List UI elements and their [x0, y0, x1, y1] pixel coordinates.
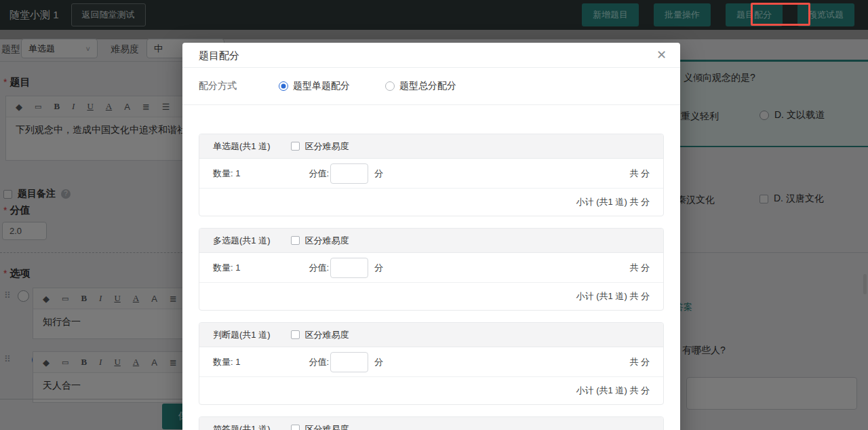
page: 随堂小测 1 返回随堂测试 新增题目 批量操作 题目配分 预览试题 题型 单选题…: [0, 0, 868, 430]
subtotal-text: 小计 (共1 道) 共 分: [576, 385, 650, 397]
subtotal-text: 小计 (共1 道) 共 分: [576, 196, 650, 208]
radio-label: 题型总分配分: [399, 80, 456, 92]
method-radio-group: 题型单题配分 题型总分配分: [279, 80, 456, 92]
score-label: 分值:: [309, 262, 329, 274]
modal-body: 单选题(共1 道) 区分难易度 数量: 1 分值: 分 共 分: [182, 105, 680, 430]
score-row: 数量: 1 分值: 分 共 分: [199, 159, 663, 189]
section-title: 多选题(共1 道): [213, 235, 271, 247]
difficulty-checkbox[interactable]: [291, 236, 300, 245]
subtotal-text: 小计 (共1 道) 共 分: [576, 290, 650, 302]
score-unit: 分: [374, 262, 383, 274]
score-group: 分值: 分: [309, 352, 383, 372]
section-title: 单选题(共1 道): [213, 140, 271, 153]
section-title: 简答题(共1 道): [213, 423, 271, 430]
difficulty-toggle[interactable]: 区分难易度: [291, 235, 349, 247]
annotation-highlight-box: [751, 3, 810, 26]
difficulty-checkbox[interactable]: [291, 142, 300, 151]
subtotal-row: 小计 (共1 道) 共 分: [199, 189, 663, 216]
method-per-question-radio[interactable]: 题型单题配分: [279, 80, 350, 92]
radio-unselected-icon: [385, 81, 395, 91]
score-row: 数量: 1 分值: 分 共 分: [199, 253, 663, 283]
modal-header: 题目配分 ✕: [182, 43, 680, 68]
score-input[interactable]: [330, 163, 368, 184]
checkbox-label: 区分难易度: [305, 235, 349, 247]
section-header: 判断题(共1 道) 区分难易度: [199, 323, 663, 347]
score-allocation-modal: 题目配分 ✕ 配分方式 题型单题配分 题型总分配分 单选题(共1 道): [182, 43, 680, 430]
checkbox-label: 区分难易度: [305, 329, 349, 341]
section-multiple-choice: 多选题(共1 道) 区分难易度 数量: 1 分值: 分 共 分: [199, 228, 664, 311]
checkbox-label: 区分难易度: [305, 423, 349, 430]
quantity-text: 数量: 1: [213, 262, 240, 274]
score-label: 分值:: [309, 356, 329, 368]
difficulty-toggle[interactable]: 区分难易度: [291, 140, 349, 153]
modal-title: 题目配分: [199, 50, 239, 61]
section-header: 单选题(共1 道) 区分难易度: [199, 134, 663, 159]
difficulty-toggle[interactable]: 区分难易度: [291, 423, 349, 430]
difficulty-toggle[interactable]: 区分难易度: [291, 329, 349, 341]
method-label: 配分方式: [199, 80, 237, 92]
allocation-method-row: 配分方式 题型单题配分 题型总分配分: [182, 68, 680, 105]
radio-selected-icon: [279, 81, 288, 91]
radio-label: 题型单题配分: [293, 80, 350, 92]
score-label: 分值:: [309, 168, 329, 180]
section-true-false: 判断题(共1 道) 区分难易度 数量: 1 分值: 分 共 分: [199, 322, 664, 405]
score-row: 数量: 1 分值: 分 共 分: [199, 347, 663, 377]
close-icon[interactable]: ✕: [656, 48, 667, 62]
score-group: 分值: 分: [309, 163, 383, 184]
quantity-text: 数量: 1: [213, 356, 240, 368]
row-total: 共 分: [629, 262, 650, 274]
section-short-answer: 简答题(共1 道) 区分难易度 数量: 1 分值: 分 共 分: [199, 416, 664, 430]
score-group: 分值: 分: [309, 258, 383, 278]
quantity-text: 数量: 1: [213, 168, 240, 180]
subtotal-row: 小计 (共1 道) 共 分: [199, 377, 663, 404]
score-unit: 分: [374, 168, 383, 180]
difficulty-checkbox[interactable]: [291, 425, 300, 430]
row-total: 共 分: [629, 356, 650, 368]
difficulty-checkbox[interactable]: [291, 330, 300, 339]
checkbox-label: 区分难易度: [305, 140, 349, 153]
score-input[interactable]: [330, 352, 368, 372]
section-single-choice: 单选题(共1 道) 区分难易度 数量: 1 分值: 分 共 分: [199, 134, 664, 216]
section-title: 判断题(共1 道): [213, 329, 271, 341]
score-input[interactable]: [330, 258, 368, 278]
score-unit: 分: [374, 356, 383, 368]
method-total-score-radio[interactable]: 题型总分配分: [385, 80, 456, 92]
section-header: 简答题(共1 道) 区分难易度: [199, 417, 663, 430]
row-total: 共 分: [629, 168, 650, 180]
section-header: 多选题(共1 道) 区分难易度: [199, 229, 663, 253]
subtotal-row: 小计 (共1 道) 共 分: [199, 283, 663, 310]
